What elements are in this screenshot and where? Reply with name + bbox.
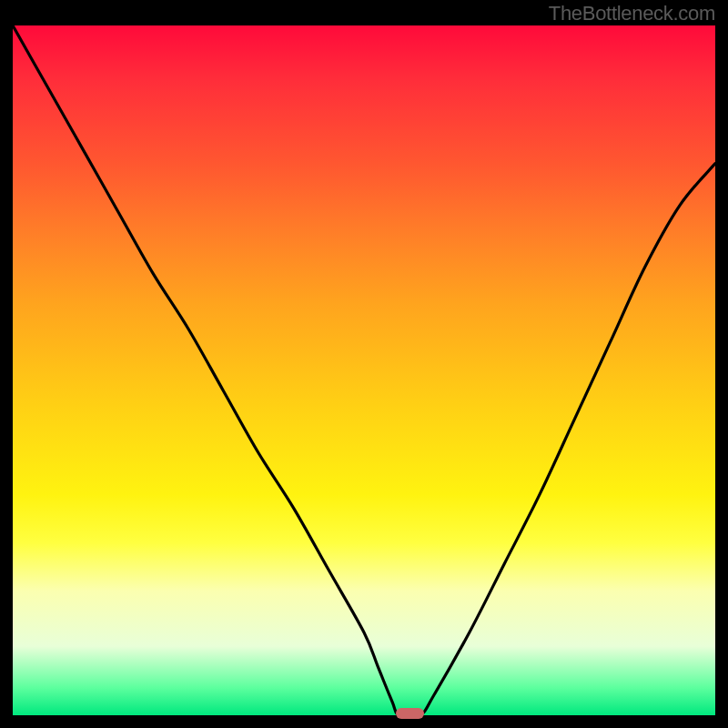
- bottleneck-curve: [13, 25, 715, 715]
- attribution-text: TheBottleneck.com: [549, 2, 715, 25]
- optimum-marker: [396, 708, 424, 719]
- curve-path: [13, 25, 715, 715]
- plot-area: [13, 25, 715, 715]
